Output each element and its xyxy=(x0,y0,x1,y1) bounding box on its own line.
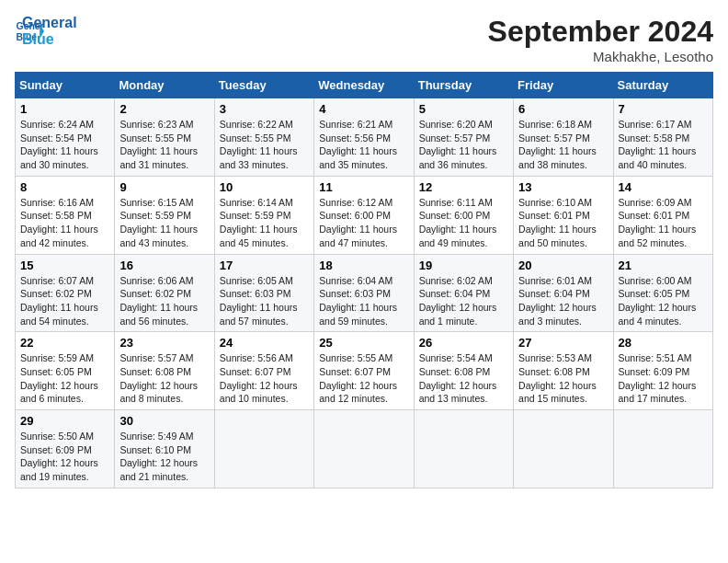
day-number: 22 xyxy=(20,336,109,350)
day-info: Sunrise: 5:49 AMSunset: 6:10 PMDaylight:… xyxy=(119,431,198,482)
day-info: Sunrise: 6:18 AMSunset: 5:57 PMDaylight:… xyxy=(518,119,597,170)
day-number: 18 xyxy=(319,259,408,272)
day-number: 10 xyxy=(220,180,309,194)
calendar-day-cell: 30Sunrise: 5:49 AMSunset: 6:10 PMDayligh… xyxy=(115,410,214,488)
calendar-day-cell: 8Sunrise: 6:16 AMSunset: 5:58 PMDaylight… xyxy=(16,176,115,254)
day-info: Sunrise: 5:53 AMSunset: 6:08 PMDaylight:… xyxy=(518,352,597,404)
day-info: Sunrise: 6:10 AMSunset: 6:01 PMDaylight:… xyxy=(518,197,597,248)
calendar-day-cell: 12Sunrise: 6:11 AMSunset: 6:00 PMDayligh… xyxy=(414,176,513,254)
day-info: Sunrise: 6:11 AMSunset: 6:00 PMDaylight:… xyxy=(419,197,497,248)
calendar-day-cell xyxy=(214,410,313,488)
day-number: 19 xyxy=(419,259,508,272)
day-info: Sunrise: 6:16 AMSunset: 5:58 PMDaylight:… xyxy=(20,197,98,248)
day-info: Sunrise: 6:07 AMSunset: 6:02 PMDaylight:… xyxy=(20,275,98,327)
day-info: Sunrise: 6:09 AMSunset: 6:01 PMDaylight:… xyxy=(619,197,697,248)
day-number: 25 xyxy=(319,336,408,350)
day-number: 13 xyxy=(518,180,608,194)
page-header: General Blue General Blue September 2024… xyxy=(15,15,713,64)
calendar-day-cell: 27Sunrise: 5:53 AMSunset: 6:08 PMDayligh… xyxy=(514,332,613,410)
calendar-week-row: 8Sunrise: 6:16 AMSunset: 5:58 PMDaylight… xyxy=(16,176,713,254)
calendar-day-cell: 7Sunrise: 6:17 AMSunset: 5:58 PMDaylight… xyxy=(613,98,712,177)
day-number: 30 xyxy=(119,414,209,428)
logo-line2: Blue xyxy=(22,31,77,48)
calendar-day-cell: 20Sunrise: 6:01 AMSunset: 6:04 PMDayligh… xyxy=(514,254,613,332)
day-info: Sunrise: 6:04 AMSunset: 6:03 PMDaylight:… xyxy=(319,275,397,327)
calendar-day-cell: 2Sunrise: 6:23 AMSunset: 5:55 PMDaylight… xyxy=(115,98,214,177)
location-subtitle: Makhakhe, Lesotho xyxy=(488,49,713,64)
calendar-day-cell: 21Sunrise: 6:00 AMSunset: 6:05 PMDayligh… xyxy=(613,254,712,332)
day-info: Sunrise: 6:14 AMSunset: 5:59 PMDaylight:… xyxy=(220,197,298,248)
day-number: 4 xyxy=(319,102,408,116)
day-info: Sunrise: 5:51 AMSunset: 6:09 PMDaylight:… xyxy=(619,352,697,404)
calendar-day-cell: 6Sunrise: 6:18 AMSunset: 5:57 PMDaylight… xyxy=(514,98,613,177)
day-of-week-header: Tuesday xyxy=(214,73,313,98)
day-info: Sunrise: 6:15 AMSunset: 5:59 PMDaylight:… xyxy=(119,197,198,248)
day-info: Sunrise: 6:24 AMSunset: 5:54 PMDaylight:… xyxy=(20,119,98,170)
calendar-day-cell: 16Sunrise: 6:06 AMSunset: 6:02 PMDayligh… xyxy=(115,254,214,332)
day-number: 11 xyxy=(319,180,408,194)
calendar-day-cell: 28Sunrise: 5:51 AMSunset: 6:09 PMDayligh… xyxy=(613,332,712,410)
day-info: Sunrise: 6:02 AMSunset: 6:04 PMDaylight:… xyxy=(419,275,497,327)
day-info: Sunrise: 6:23 AMSunset: 5:55 PMDaylight:… xyxy=(119,119,198,170)
day-number: 7 xyxy=(619,102,708,116)
day-number: 1 xyxy=(20,102,109,116)
calendar-week-row: 22Sunrise: 5:59 AMSunset: 6:05 PMDayligh… xyxy=(16,332,713,410)
day-number: 23 xyxy=(119,336,209,350)
calendar-day-cell xyxy=(414,410,513,488)
day-number: 8 xyxy=(20,180,109,194)
day-info: Sunrise: 6:17 AMSunset: 5:58 PMDaylight:… xyxy=(619,119,697,170)
day-number: 21 xyxy=(619,259,708,272)
title-block: September 2024 Makhakhe, Lesotho xyxy=(488,15,713,64)
day-number: 29 xyxy=(20,414,109,428)
day-of-week-header: Friday xyxy=(514,73,613,98)
calendar-day-cell: 13Sunrise: 6:10 AMSunset: 6:01 PMDayligh… xyxy=(514,176,613,254)
calendar-day-cell: 25Sunrise: 5:55 AMSunset: 6:07 PMDayligh… xyxy=(314,332,414,410)
calendar-day-cell: 5Sunrise: 6:20 AMSunset: 5:57 PMDaylight… xyxy=(414,98,513,177)
day-info: Sunrise: 6:22 AMSunset: 5:55 PMDaylight:… xyxy=(220,119,298,170)
day-number: 28 xyxy=(619,336,708,350)
day-info: Sunrise: 6:20 AMSunset: 5:57 PMDaylight:… xyxy=(419,119,497,170)
day-number: 12 xyxy=(419,180,508,194)
month-title: September 2024 xyxy=(488,15,713,49)
calendar-day-cell xyxy=(613,410,712,488)
day-info: Sunrise: 5:50 AMSunset: 6:09 PMDaylight:… xyxy=(20,431,98,482)
day-info: Sunrise: 6:00 AMSunset: 6:05 PMDaylight:… xyxy=(619,275,697,327)
calendar-day-cell xyxy=(514,410,613,488)
day-info: Sunrise: 5:57 AMSunset: 6:08 PMDaylight:… xyxy=(119,352,198,404)
calendar-day-cell: 22Sunrise: 5:59 AMSunset: 6:05 PMDayligh… xyxy=(16,332,115,410)
day-info: Sunrise: 5:59 AMSunset: 6:05 PMDaylight:… xyxy=(20,352,98,404)
calendar-day-cell: 26Sunrise: 5:54 AMSunset: 6:08 PMDayligh… xyxy=(414,332,513,410)
day-info: Sunrise: 6:12 AMSunset: 6:00 PMDaylight:… xyxy=(319,197,397,248)
day-of-week-header: Saturday xyxy=(613,73,712,98)
calendar-day-cell: 4Sunrise: 6:21 AMSunset: 5:56 PMDaylight… xyxy=(314,98,414,177)
calendar-day-cell xyxy=(314,410,414,488)
day-info: Sunrise: 6:21 AMSunset: 5:56 PMDaylight:… xyxy=(319,119,397,170)
day-number: 2 xyxy=(119,102,209,116)
calendar-day-cell: 11Sunrise: 6:12 AMSunset: 6:00 PMDayligh… xyxy=(314,176,414,254)
day-info: Sunrise: 5:56 AMSunset: 6:07 PMDaylight:… xyxy=(220,352,298,404)
calendar-day-cell: 19Sunrise: 6:02 AMSunset: 6:04 PMDayligh… xyxy=(414,254,513,332)
day-of-week-header: Thursday xyxy=(414,73,513,98)
calendar-day-cell: 14Sunrise: 6:09 AMSunset: 6:01 PMDayligh… xyxy=(613,176,712,254)
day-number: 27 xyxy=(518,336,608,350)
day-number: 16 xyxy=(119,259,209,272)
calendar-day-cell: 15Sunrise: 6:07 AMSunset: 6:02 PMDayligh… xyxy=(16,254,115,332)
day-number: 24 xyxy=(220,336,309,350)
calendar-week-row: 29Sunrise: 5:50 AMSunset: 6:09 PMDayligh… xyxy=(16,410,713,488)
day-number: 5 xyxy=(419,102,508,116)
day-of-week-header: Sunday xyxy=(16,73,115,98)
calendar-day-cell: 10Sunrise: 6:14 AMSunset: 5:59 PMDayligh… xyxy=(214,176,313,254)
calendar-day-cell: 23Sunrise: 5:57 AMSunset: 6:08 PMDayligh… xyxy=(115,332,214,410)
day-info: Sunrise: 5:55 AMSunset: 6:07 PMDaylight:… xyxy=(319,352,397,404)
day-of-week-header: Wednesday xyxy=(314,73,414,98)
calendar-week-row: 1Sunrise: 6:24 AMSunset: 5:54 PMDaylight… xyxy=(16,98,713,177)
calendar-day-cell: 9Sunrise: 6:15 AMSunset: 5:59 PMDaylight… xyxy=(115,176,214,254)
day-number: 6 xyxy=(518,102,608,116)
calendar-day-cell: 18Sunrise: 6:04 AMSunset: 6:03 PMDayligh… xyxy=(314,254,414,332)
calendar-day-cell: 3Sunrise: 6:22 AMSunset: 5:55 PMDaylight… xyxy=(214,98,313,177)
day-number: 9 xyxy=(119,180,209,194)
day-number: 15 xyxy=(20,259,109,272)
day-info: Sunrise: 6:06 AMSunset: 6:02 PMDaylight:… xyxy=(119,275,198,327)
calendar-header-row: SundayMondayTuesdayWednesdayThursdayFrid… xyxy=(16,73,713,98)
day-number: 3 xyxy=(220,102,309,116)
